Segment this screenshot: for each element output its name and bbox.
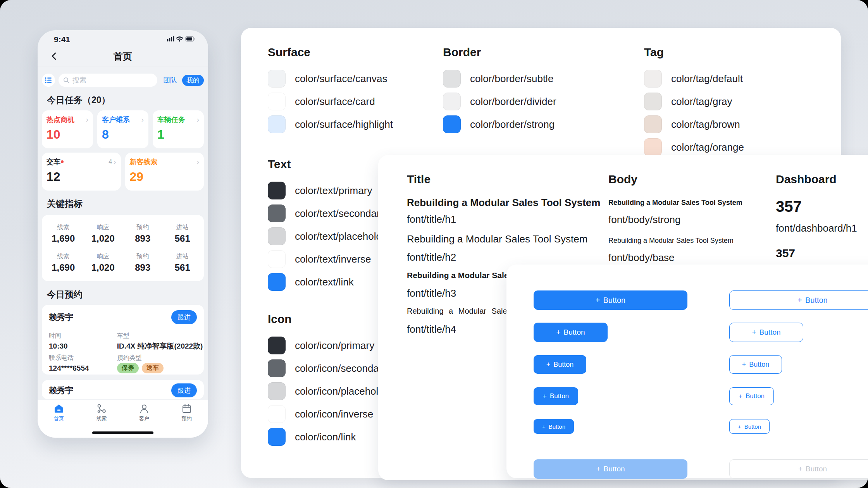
plus-icon: + <box>752 328 756 337</box>
task-card-customer-care[interactable]: 客户维系› 8 <box>97 110 148 148</box>
button-label: Button <box>805 296 828 305</box>
follow-up-button[interactable]: 跟进 <box>171 383 197 397</box>
token-label: color/surface/highlight <box>295 119 393 131</box>
type-sample-dashboard-h2: 357 <box>776 246 868 261</box>
plus-icon: + <box>546 361 551 369</box>
type-token: font/title/h2 <box>407 251 639 264</box>
token-label: color/text/placeholder <box>295 230 391 242</box>
metrics-heading: 关键指标 <box>47 198 204 210</box>
button-label: Button <box>564 328 585 337</box>
outline-button-lg[interactable]: +Button <box>729 323 803 342</box>
metric-value: 1,690 <box>43 233 83 244</box>
token-label: color/border/divider <box>470 96 556 108</box>
token-row: color/tag/gray <box>644 93 744 110</box>
type-token: font/dashboard/h1 <box>776 222 868 234</box>
tag-maintenance: 保养 <box>117 363 139 373</box>
list-icon <box>45 76 52 84</box>
color-swatch <box>268 359 286 377</box>
task-card-hot-leads[interactable]: 热点商机› 10 <box>42 110 93 148</box>
type-sample-h2: Rebuilding a Modular Sales Tool System <box>407 233 639 246</box>
group-heading: Tag <box>644 45 744 60</box>
task-label: 新客线索 <box>130 158 158 166</box>
tasks-heading: 今日任务（20） <box>47 94 204 106</box>
group-heading: Body <box>608 172 748 186</box>
outline-button-sm[interactable]: +Button <box>729 387 774 405</box>
wifi-dot <box>179 40 181 42</box>
token-row: color/border/subtle <box>443 70 556 88</box>
token-label: color/tag/orange <box>671 141 744 153</box>
field-label: 车型 <box>117 332 197 340</box>
metrics-row: 线索1,690 响应1,020 预约893 进站561 <box>43 223 202 244</box>
home-indicator[interactable] <box>92 431 153 434</box>
signal-icon <box>167 36 174 42</box>
color-swatch <box>268 337 286 354</box>
appointment-time: 10:30 <box>49 341 117 351</box>
outline-button-md[interactable]: +Button <box>729 355 782 374</box>
customer-phone: 124****6554 <box>49 363 117 373</box>
task-card-vehicle-tasks[interactable]: 车辆任务› 1 <box>153 110 204 148</box>
segment-mine[interactable]: 我的 <box>182 75 204 86</box>
color-swatch <box>268 428 286 446</box>
appointments-heading: 今日预约 <box>47 289 204 300</box>
home-icon <box>53 403 64 414</box>
type-token: font/title/h1 <box>407 213 639 226</box>
task-count: 10 <box>46 127 88 142</box>
token-label: color/icon/inverse <box>295 408 373 420</box>
token-row: color/tag/orange <box>644 138 744 156</box>
field-label: 预约类型 <box>117 354 197 362</box>
search-row: 搜索 团队 我的 <box>42 74 204 87</box>
chevron-right-icon: › <box>86 116 88 124</box>
button-label: Button <box>744 423 761 430</box>
metrics-card: 线索1,690 响应1,020 预约893 进站561 线索1,690 响应1,… <box>42 215 204 281</box>
primary-button-xs[interactable]: +Button <box>534 419 574 434</box>
color-swatch <box>268 405 286 423</box>
token-label: color/surface/card <box>295 96 375 108</box>
search-input[interactable]: 搜索 <box>59 74 157 87</box>
type-sample-body-base: Rebuilding a Modular Sales Tool System <box>608 236 748 245</box>
task-label: 交车 <box>46 158 60 166</box>
token-label: color/icon/secondary <box>295 363 387 375</box>
tab-home[interactable]: 首页 <box>38 403 80 422</box>
color-swatch <box>268 70 286 88</box>
token-label: color/tag/brown <box>671 119 740 131</box>
token-row: color/text/inverse <box>268 250 391 268</box>
segment-team[interactable]: 团队 <box>163 76 177 85</box>
tab-appointments[interactable]: 预约 <box>165 403 208 422</box>
follow-up-button[interactable]: 跟进 <box>171 310 197 324</box>
color-swatch <box>644 115 662 133</box>
type-sample-dashboard-h1: 357 <box>776 197 868 216</box>
token-row: color/border/divider <box>443 93 556 110</box>
list-filter-button[interactable] <box>42 74 55 87</box>
plus-icon: + <box>742 361 746 369</box>
color-swatch <box>268 273 286 291</box>
tab-customers[interactable]: 客户 <box>123 403 165 422</box>
color-swatch <box>268 93 286 110</box>
primary-button-md[interactable]: +Button <box>534 355 586 374</box>
outline-button-xl[interactable]: +Button <box>729 290 868 310</box>
metric-label: 预约 <box>123 253 163 260</box>
primary-button-xl[interactable]: +Button <box>534 290 687 310</box>
appointment-card: 赖秀宇 跟进 时间 车型 10:30 ID.4X 纯净智享版(2022款) 联系… <box>42 305 204 375</box>
task-card-new-leads[interactable]: 新客线索› 29 <box>125 153 204 191</box>
token-label: color/tag/gray <box>671 96 732 108</box>
group-heading: Surface <box>268 45 393 60</box>
surface-token-group: Surface color/surface/canvas color/surfa… <box>268 45 393 133</box>
plus-icon: + <box>798 465 803 473</box>
primary-button-lg[interactable]: +Button <box>534 323 608 342</box>
metric-value: 1,020 <box>83 262 123 273</box>
type-sample-h1: Rebuilding a Modular Sales Tool System <box>407 196 639 209</box>
metric-label: 响应 <box>83 253 123 260</box>
metric-label: 响应 <box>83 223 123 231</box>
token-row: color/tag/brown <box>644 115 744 133</box>
outline-button-xs[interactable]: +Button <box>729 419 770 434</box>
token-row: color/border/strong <box>443 115 556 133</box>
task-card-delivery[interactable]: 交车 4› 12 <box>42 153 121 191</box>
primary-button-sm[interactable]: +Button <box>534 387 578 405</box>
color-swatch <box>268 250 286 268</box>
button-label: Button <box>746 392 765 400</box>
group-heading: Dashboard <box>776 172 868 186</box>
token-row: color/text/primary <box>268 182 391 199</box>
tab-leads[interactable]: 线索 <box>80 403 123 422</box>
tab-label: 客户 <box>139 415 149 422</box>
status-icons <box>167 36 196 44</box>
